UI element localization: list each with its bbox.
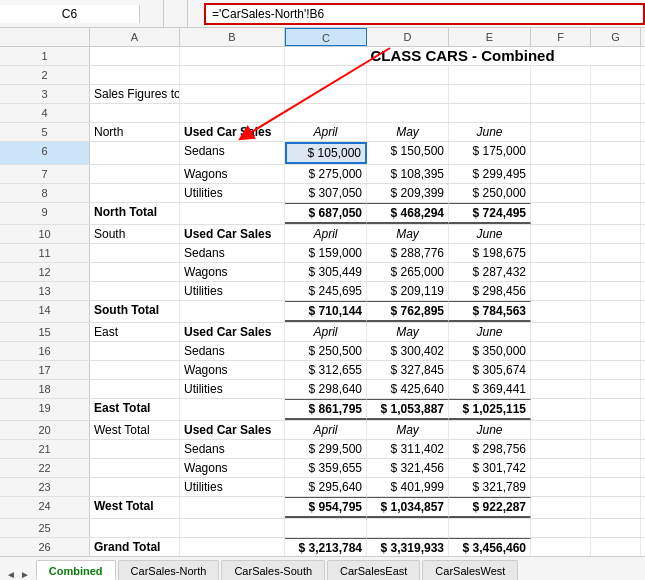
- cell[interactable]: $ 784,563: [449, 301, 531, 322]
- row-number[interactable]: 17: [0, 361, 90, 379]
- cell[interactable]: $ 175,000: [449, 142, 531, 164]
- cell[interactable]: Utilities: [180, 184, 285, 202]
- cell[interactable]: $ 150,500: [367, 142, 449, 164]
- row-number[interactable]: 10: [0, 225, 90, 243]
- cell[interactable]: $ 298,756: [449, 440, 531, 458]
- cell[interactable]: $ 108,395: [367, 165, 449, 183]
- cell[interactable]: $ 861,795: [285, 399, 367, 420]
- cell[interactable]: [531, 459, 591, 477]
- cell[interactable]: April: [285, 421, 367, 439]
- cell[interactable]: [591, 342, 641, 360]
- cell[interactable]: Wagons: [180, 459, 285, 477]
- cell[interactable]: [180, 538, 285, 556]
- cell[interactable]: [591, 497, 641, 518]
- cell[interactable]: [449, 104, 531, 122]
- col-header-f[interactable]: F: [531, 28, 591, 46]
- cell[interactable]: [180, 66, 285, 84]
- cell[interactable]: $ 250,000: [449, 184, 531, 202]
- cell[interactable]: [531, 478, 591, 496]
- cell[interactable]: Sedans: [180, 342, 285, 360]
- cell[interactable]: [449, 519, 531, 537]
- cell[interactable]: [531, 104, 591, 122]
- cell[interactable]: [531, 538, 591, 556]
- row-number[interactable]: 24: [0, 497, 90, 518]
- cell[interactable]: West Total: [90, 497, 180, 518]
- sheet-tab-carsaleseast[interactable]: CarSalesEast: [327, 560, 420, 580]
- cell[interactable]: [591, 323, 641, 341]
- cell[interactable]: May: [367, 421, 449, 439]
- cell[interactable]: $ 1,034,857: [367, 497, 449, 518]
- cell[interactable]: [531, 497, 591, 518]
- cell[interactable]: [591, 104, 641, 122]
- cell[interactable]: $ 401,999: [367, 478, 449, 496]
- cell[interactable]: $ 369,441: [449, 380, 531, 398]
- cell[interactable]: [531, 244, 591, 262]
- cell[interactable]: [531, 282, 591, 300]
- cell[interactable]: [531, 342, 591, 360]
- col-header-e[interactable]: E: [449, 28, 531, 46]
- cell[interactable]: [367, 104, 449, 122]
- row-number[interactable]: 13: [0, 282, 90, 300]
- cell[interactable]: $ 922,287: [449, 497, 531, 518]
- cell[interactable]: [180, 104, 285, 122]
- cell[interactable]: [531, 323, 591, 341]
- row-number[interactable]: 6: [0, 142, 90, 164]
- cell[interactable]: $ 275,000: [285, 165, 367, 183]
- cell[interactable]: April: [285, 123, 367, 141]
- cell[interactable]: North: [90, 123, 180, 141]
- row-number[interactable]: 18: [0, 380, 90, 398]
- cell[interactable]: $ 298,640: [285, 380, 367, 398]
- cell[interactable]: [591, 301, 641, 322]
- cell[interactable]: $ 298,456: [449, 282, 531, 300]
- accept-button[interactable]: [164, 0, 188, 27]
- cell[interactable]: [531, 184, 591, 202]
- cell[interactable]: [180, 85, 285, 103]
- cell[interactable]: [285, 519, 367, 537]
- cell[interactable]: [180, 519, 285, 537]
- col-header-a[interactable]: A: [90, 28, 180, 46]
- cell[interactable]: $ 245,695: [285, 282, 367, 300]
- cell[interactable]: June: [449, 421, 531, 439]
- cell[interactable]: [531, 399, 591, 420]
- cell[interactable]: West Total: [90, 421, 180, 439]
- cell[interactable]: $ 287,432: [449, 263, 531, 281]
- cell[interactable]: [90, 282, 180, 300]
- cell[interactable]: [90, 478, 180, 496]
- cell[interactable]: [90, 440, 180, 458]
- cell[interactable]: Utilities: [180, 478, 285, 496]
- col-header-d[interactable]: D: [367, 28, 449, 46]
- cell[interactable]: [90, 361, 180, 379]
- col-header-g[interactable]: G: [591, 28, 641, 46]
- row-number[interactable]: 11: [0, 244, 90, 262]
- cell[interactable]: [591, 165, 641, 183]
- cell[interactable]: Grand Total: [90, 538, 180, 556]
- cell[interactable]: May: [367, 225, 449, 243]
- cell[interactable]: [285, 85, 367, 103]
- row-number[interactable]: 8: [0, 184, 90, 202]
- cell[interactable]: $ 687,050: [285, 203, 367, 224]
- cell[interactable]: Wagons: [180, 263, 285, 281]
- cell[interactable]: Used Car Sales: [180, 421, 285, 439]
- row-number[interactable]: 7: [0, 165, 90, 183]
- cell[interactable]: [285, 104, 367, 122]
- row-number[interactable]: 25: [0, 519, 90, 537]
- row-number[interactable]: 1: [0, 47, 90, 65]
- cell[interactable]: $ 209,119: [367, 282, 449, 300]
- cell[interactable]: $ 710,144: [285, 301, 367, 322]
- cell[interactable]: $ 295,640: [285, 478, 367, 496]
- row-number[interactable]: 4: [0, 104, 90, 122]
- cell[interactable]: June: [449, 225, 531, 243]
- cell[interactable]: East: [90, 323, 180, 341]
- cell[interactable]: North Total: [90, 203, 180, 224]
- cell[interactable]: $ 3,456,460: [449, 538, 531, 556]
- col-header-c[interactable]: C: [285, 28, 367, 46]
- cell[interactable]: Wagons: [180, 165, 285, 183]
- cell[interactable]: [531, 440, 591, 458]
- cell[interactable]: $ 301,742: [449, 459, 531, 477]
- cell[interactable]: [531, 421, 591, 439]
- cell[interactable]: [90, 47, 180, 65]
- cell[interactable]: [591, 399, 641, 420]
- cell[interactable]: [531, 66, 591, 84]
- cell[interactable]: $ 724,495: [449, 203, 531, 224]
- cell[interactable]: [531, 519, 591, 537]
